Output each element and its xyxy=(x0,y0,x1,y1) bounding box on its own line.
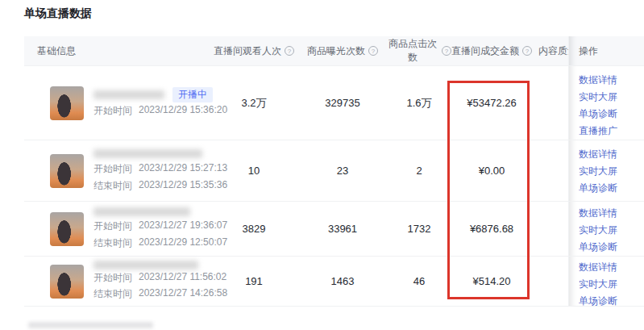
session-diagnosis-link[interactable]: 单场诊断 xyxy=(579,294,644,308)
content-quality-cell xyxy=(532,66,568,140)
start-time: 开始时间 2023/12/29 15:27:13 xyxy=(93,162,227,176)
start-time-label: 开始时间 xyxy=(93,162,132,176)
gmv-value: ¥514.20 xyxy=(451,257,532,306)
start-time: 开始时间 2023/12/27 11:56:02 xyxy=(93,271,227,285)
end-time-label: 结束时间 xyxy=(93,287,132,301)
live-data-page: 单场直播数据 基础信息 直播间观看人次 ? 商品曝光次数 ? 商品点击次数 ? … xyxy=(0,0,644,330)
end-time-label: 结束时间 xyxy=(93,236,132,250)
start-time-label: 开始时间 xyxy=(93,219,132,233)
header-viewers-label: 直播间观看人次 xyxy=(214,44,281,58)
streamer-name-blurred xyxy=(93,261,198,269)
end-time: 结束时间 2023/12/29 15:35:36 xyxy=(93,179,227,193)
gmv-value: ¥6876.68 xyxy=(451,202,532,256)
operations-cell: 数据详情 实时大屏 单场诊断 xyxy=(568,257,644,306)
exposures-value: 1463 xyxy=(298,257,387,306)
table-row: 开播中 开始时间 2023/12/29 15:36:20 3.2万 329735… xyxy=(24,65,644,140)
table-row: 开始时间 2023/12/27 11:56:02 结束时间 2023/12/27… xyxy=(24,256,644,306)
start-time: 开始时间 2023/12/27 19:36:07 xyxy=(93,219,227,233)
content-quality-cell xyxy=(532,202,568,256)
start-time-label: 开始时间 xyxy=(93,271,132,285)
header-exposures: 商品曝光次数 ? xyxy=(298,36,387,65)
data-detail-link[interactable]: 数据详情 xyxy=(579,148,644,161)
session-basic-info: 开播中 开始时间 2023/12/29 15:36:20 xyxy=(24,66,210,140)
info-icon[interactable]: ? xyxy=(442,46,451,56)
viewers-value: 3829 xyxy=(210,202,298,256)
streamer-avatar xyxy=(50,86,84,120)
info-icon[interactable]: ? xyxy=(522,46,532,56)
live-promotion-link[interactable]: 直播推广 xyxy=(579,124,644,138)
streamer-name-blurred xyxy=(93,149,202,158)
viewers-value: 3.2万 xyxy=(210,66,298,140)
header-operations-label: 操作 xyxy=(579,44,598,58)
end-time: 结束时间 2023/12/27 14:26:58 xyxy=(93,287,227,301)
gmv-value: ¥53472.26 xyxy=(451,66,532,140)
viewers-value: 10 xyxy=(210,140,298,201)
clicks-value: 2 xyxy=(387,140,451,201)
session-basic-info: 开始时间 2023/12/27 19:36:07 结束时间 2023/12/29… xyxy=(24,202,210,256)
page-title: 单场直播数据 xyxy=(24,6,92,21)
data-detail-link[interactable]: 数据详情 xyxy=(579,73,644,87)
clicks-value: 1732 xyxy=(387,202,451,256)
gmv-value: ¥0.00 xyxy=(451,140,532,201)
session-diagnosis-link[interactable]: 单场诊断 xyxy=(579,107,644,121)
start-time: 开始时间 2023/12/29 15:36:20 xyxy=(93,104,227,118)
info-icon[interactable]: ? xyxy=(285,46,294,56)
operations-cell: 数据详情 实时大屏 单场诊断 xyxy=(568,140,644,201)
info-icon[interactable]: ? xyxy=(368,46,378,56)
session-basic-info: 开始时间 2023/12/27 11:56:02 结束时间 2023/12/27… xyxy=(24,257,210,306)
realtime-screen-link[interactable]: 实时大屏 xyxy=(579,90,644,104)
content-quality-cell xyxy=(532,257,568,306)
table-row: 开始时间 2023/12/27 19:36:07 结束时间 2023/12/29… xyxy=(24,201,644,256)
streamer-name-blurred xyxy=(93,90,164,99)
header-content-quality-label: 内容质量 xyxy=(538,44,568,58)
end-time-label: 结束时间 xyxy=(93,179,132,193)
streamer-avatar xyxy=(50,265,84,299)
cropped-bottom-section-blur xyxy=(28,322,153,328)
header-exposures-label: 商品曝光次数 xyxy=(307,44,365,58)
session-diagnosis-link[interactable]: 单场诊断 xyxy=(579,240,644,254)
table-header-row: 基础信息 直播间观看人次 ? 商品曝光次数 ? 商品点击次数 ? 直播间成交金额… xyxy=(24,36,644,65)
content-quality-cell xyxy=(532,140,568,201)
header-operations: 操作 xyxy=(568,36,644,65)
session-diagnosis-link[interactable]: 单场诊断 xyxy=(579,182,644,195)
streamer-avatar xyxy=(50,154,84,188)
end-time: 结束时间 2023/12/29 12:50:07 xyxy=(93,236,227,250)
header-basic-info: 基础信息 xyxy=(24,36,210,65)
data-detail-link[interactable]: 数据详情 xyxy=(579,261,644,274)
live-status-badge: 开播中 xyxy=(172,87,213,102)
viewers-value: 191 xyxy=(210,257,298,306)
streamer-name-blurred xyxy=(93,207,190,216)
header-content-quality: 内容质量 xyxy=(532,36,568,65)
exposures-value: 23 xyxy=(298,140,387,201)
session-basic-info: 开始时间 2023/12/29 15:27:13 结束时间 2023/12/29… xyxy=(24,140,210,201)
realtime-screen-link[interactable]: 实时大屏 xyxy=(579,165,644,178)
operations-cell: 数据详情 实时大屏 单场诊断 xyxy=(568,202,644,256)
header-clicks: 商品点击次数 ? xyxy=(387,36,451,65)
header-clicks-label: 商品点击次数 xyxy=(387,37,438,65)
clicks-value: 1.6万 xyxy=(387,66,451,140)
table-row: 开始时间 2023/12/29 15:27:13 结束时间 2023/12/29… xyxy=(24,140,644,201)
data-detail-link[interactable]: 数据详情 xyxy=(579,207,644,220)
live-sessions-table: 基础信息 直播间观看人次 ? 商品曝光次数 ? 商品点击次数 ? 直播间成交金额… xyxy=(24,36,644,307)
header-gmv-label: 直播间成交金额 xyxy=(451,44,519,58)
header-gmv: 直播间成交金额 ? xyxy=(451,36,532,65)
realtime-screen-link[interactable]: 实时大屏 xyxy=(579,223,644,237)
streamer-avatar xyxy=(50,212,84,246)
exposures-value: 33961 xyxy=(298,202,387,256)
header-viewers: 直播间观看人次 ? xyxy=(210,36,298,65)
header-basic-info-label: 基础信息 xyxy=(37,44,76,58)
clicks-value: 46 xyxy=(387,257,451,306)
realtime-screen-link[interactable]: 实时大屏 xyxy=(579,278,644,291)
operations-cell: 数据详情 实时大屏 单场诊断 直播推广 xyxy=(568,66,644,140)
start-time-label: 开始时间 xyxy=(93,104,132,118)
exposures-value: 329735 xyxy=(298,66,387,140)
